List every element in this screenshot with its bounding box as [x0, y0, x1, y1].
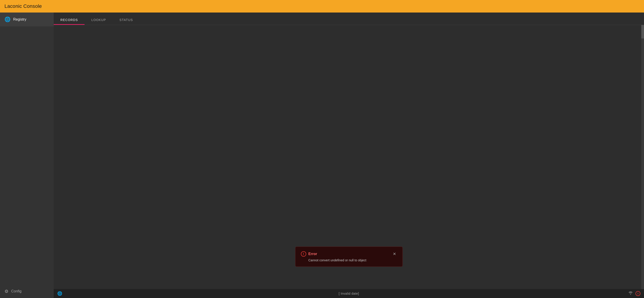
- main-content: ! Error ✕ Cannot convert undefined or nu…: [54, 25, 644, 289]
- main-layout: 🌐 Registry ⚙ Config RECORDS LOOKUP STATU…: [0, 12, 644, 298]
- status-right: !: [628, 291, 640, 296]
- error-title: Error: [308, 252, 317, 256]
- error-modal: ! Error ✕ Cannot convert undefined or nu…: [295, 247, 403, 267]
- top-bar: Laconic Console: [0, 0, 644, 12]
- tab-lookup[interactable]: LOOKUP: [84, 18, 113, 25]
- sidebar: 🌐 Registry ⚙ Config: [0, 12, 54, 298]
- status-bar: 🌐 [ Invalid date] !: [54, 289, 644, 298]
- error-title-group: ! Error: [301, 251, 317, 257]
- tab-status[interactable]: STATUS: [113, 18, 140, 25]
- scrollbar-track[interactable]: [641, 25, 644, 289]
- error-header: ! Error ✕: [301, 251, 397, 257]
- tabs-bar: RECORDS LOOKUP STATUS: [54, 12, 644, 25]
- status-date: [ Invalid date]: [339, 292, 359, 295]
- error-message: Cannot convert undefined or null to obje…: [301, 259, 397, 262]
- content-area: RECORDS LOOKUP STATUS ! Error: [54, 12, 644, 298]
- error-close-button[interactable]: ✕: [392, 252, 397, 256]
- gear-icon: ⚙: [4, 289, 8, 294]
- sidebar-item-config[interactable]: ⚙ Config: [0, 285, 54, 298]
- sidebar-spacer: [0, 26, 54, 285]
- sidebar-item-registry[interactable]: 🌐 Registry: [0, 12, 54, 26]
- registry-label: Registry: [13, 17, 26, 21]
- error-status-icon: !: [636, 291, 640, 296]
- error-exclamation-icon: !: [301, 251, 306, 257]
- tab-records[interactable]: RECORDS: [54, 18, 84, 25]
- app-title: Laconic Console: [4, 3, 42, 9]
- config-label: Config: [11, 289, 22, 293]
- wifi-icon: [628, 291, 633, 296]
- scrollbar-thumb[interactable]: [641, 25, 644, 38]
- status-globe-icon: 🌐: [57, 291, 62, 296]
- globe-icon: 🌐: [4, 16, 10, 22]
